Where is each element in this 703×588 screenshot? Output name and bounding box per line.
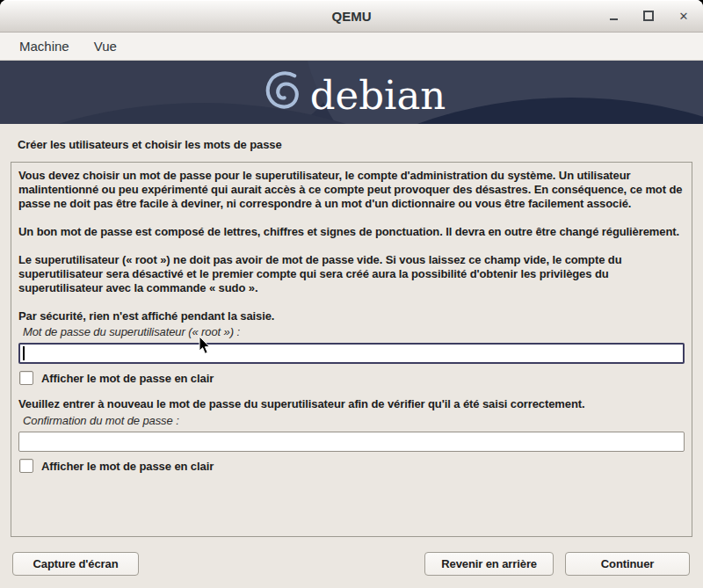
page-title: Créer les utilisateurs et choisir les mo…	[11, 124, 692, 162]
qemu-window: QEMU ✕ Machine Vue debian Créer les util…	[0, 0, 703, 588]
show-password-checkbox-row[interactable]: Afficher le mot de passe en clair	[19, 371, 685, 385]
confirm-paragraph: Veuillez entrer à nouveau le mot de pass…	[18, 397, 685, 411]
confirm-password-label: Confirmation du mot de passe :	[23, 414, 685, 427]
security-note: Par sécurité, rien n'est affiché pendant…	[18, 309, 685, 323]
confirm-password-input-wrap	[18, 432, 685, 452]
close-icon[interactable]: ✕	[677, 9, 691, 23]
button-row: Capture d'écran Revenir en arrière Conti…	[11, 552, 692, 576]
debian-swirl-icon	[257, 68, 308, 119]
show-password2-label: Afficher le mot de passe en clair	[41, 460, 214, 473]
debian-banner: debian	[0, 61, 703, 124]
menu-vue[interactable]: Vue	[85, 35, 126, 57]
go-back-button[interactable]: Revenir en arrière	[424, 552, 554, 576]
text-caret	[23, 346, 25, 360]
debian-logo: debian	[0, 61, 703, 124]
show-password-label: Afficher le mot de passe en clair	[41, 372, 214, 385]
debian-wordmark: debian	[310, 76, 446, 115]
root-password-label: Mot de passe du superutilisateur (« root…	[23, 325, 685, 338]
show-password-checkbox[interactable]	[19, 371, 33, 385]
screenshot-button[interactable]: Capture d'écran	[12, 552, 139, 576]
mouse-cursor	[199, 337, 213, 356]
root-empty-paragraph: Le superutilisateur (« root ») ne doit p…	[18, 253, 685, 295]
maximize-icon[interactable]	[641, 9, 656, 23]
show-password2-checkbox-row[interactable]: Afficher le mot de passe en clair	[19, 459, 685, 473]
confirm-password-input[interactable]	[18, 432, 685, 452]
window-title: QEMU	[0, 9, 703, 24]
installer-content: Créer les utilisateurs et choisir les mo…	[0, 124, 703, 576]
intro-paragraph: Vous devez choisir un mot de passe pour …	[18, 169, 685, 211]
menu-machine[interactable]: Machine	[11, 35, 78, 57]
menubar: Machine Vue	[0, 33, 703, 61]
installer-frame: Vous devez choisir un mot de passe pour …	[11, 162, 692, 537]
root-password-input[interactable]	[18, 343, 685, 364]
good-password-paragraph: Un bon mot de passe est composé de lettr…	[18, 225, 685, 239]
window-controls: ✕	[606, 9, 703, 23]
titlebar[interactable]: QEMU ✕	[0, 0, 703, 33]
minimize-icon[interactable]	[606, 9, 620, 23]
show-password2-checkbox[interactable]	[19, 459, 33, 473]
continue-button[interactable]: Continuer	[565, 552, 690, 576]
root-password-input-wrap	[18, 343, 685, 364]
